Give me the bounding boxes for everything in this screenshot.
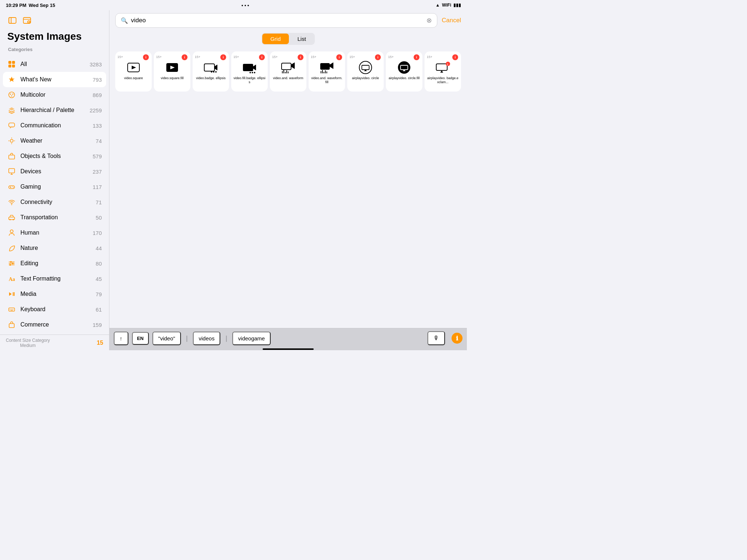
svg-rect-54 — [204, 64, 214, 71]
svg-point-35 — [10, 230, 13, 233]
segment-list-button[interactable]: List — [290, 34, 314, 44]
content-size-number: 15 — [97, 340, 103, 346]
icon-info-2[interactable]: i — [220, 54, 226, 60]
sidebar-icon-human — [7, 228, 16, 237]
sidebar-icon-multicolor — [7, 90, 16, 99]
icon-info-8[interactable]: i — [452, 54, 458, 60]
sidebar-label-whats-new: What's New — [20, 76, 88, 83]
svg-point-39 — [10, 261, 12, 263]
sidebar-label-gaming: Gaming — [20, 184, 88, 190]
icon-badge-1: 15+ — [156, 55, 162, 59]
sidebar-item-hierarchical[interactable]: Hierarchical / Palette 2259 — [3, 103, 106, 118]
sidebar-count-connectivity: 71 — [96, 199, 102, 205]
svg-rect-78 — [436, 64, 447, 70]
language-button[interactable]: EN — [132, 332, 149, 345]
suggestion-videogame[interactable]: videogame — [232, 332, 271, 345]
icon-card-5[interactable]: 15+ i video.and. waveform.fill — [309, 51, 345, 92]
sidebar-label-weather: Weather — [20, 138, 91, 144]
sidebar-icon-devices — [7, 167, 16, 176]
cancel-button[interactable]: Cancel — [442, 17, 461, 24]
icon-name-2: video.badge. ellipsis — [196, 76, 225, 80]
icon-badge-3: 15+ — [233, 55, 239, 59]
icon-card-7[interactable]: 15+ i airplayvideo. circle.fill — [386, 51, 422, 92]
sidebar-label-multicolor: Multicolor — [20, 92, 88, 98]
sidebar-icon-text-formatting: Aa — [7, 274, 16, 283]
icon-info-3[interactable]: i — [259, 54, 265, 60]
search-bar[interactable]: 🔍 ⊗ — [115, 13, 437, 28]
suggestion-quoted-video[interactable]: "video" — [152, 332, 181, 345]
sidebar-item-whats-new[interactable]: What's New 793 — [3, 72, 106, 87]
icon-name-4: video.and. waveform — [273, 76, 303, 80]
status-bar-right: ▲ WiFi ▮▮▮ — [436, 3, 461, 8]
icon-info-7[interactable]: i — [414, 54, 419, 60]
icon-card-0[interactable]: 15+ i video.square — [115, 51, 152, 92]
icon-card-4[interactable]: 15+ i video.and. waveform — [270, 51, 306, 92]
sidebar-item-gaming[interactable]: Gaming 117 — [3, 179, 106, 194]
svg-rect-26 — [9, 186, 15, 189]
icon-card-3[interactable]: 15+ i video.fill.badge. ellipsis — [231, 51, 268, 92]
icon-info-1[interactable]: i — [182, 54, 187, 60]
suggestion-videos[interactable]: videos — [193, 332, 220, 345]
sidebar-icon-all — [7, 60, 16, 69]
sidebar-item-human[interactable]: Human 170 — [3, 225, 106, 240]
share-button[interactable]: ↑ — [114, 332, 128, 345]
icon-card-1[interactable]: 15+ i video.square.fill — [154, 51, 190, 92]
segment-grid-button[interactable]: Grid — [262, 34, 289, 44]
svg-point-59 — [249, 72, 251, 73]
svg-rect-1 — [9, 18, 11, 23]
sidebar-item-devices[interactable]: Devices 237 — [3, 164, 106, 179]
status-dots: • • • — [241, 3, 249, 8]
search-input[interactable] — [131, 17, 423, 24]
svg-point-13 — [10, 94, 11, 95]
svg-point-15 — [11, 96, 12, 97]
icon-info-0[interactable]: i — [143, 54, 149, 60]
icon-badge-8: 15+ — [427, 55, 432, 59]
icon-card-2[interactable]: 15+ i video.badge. ellipsis — [193, 51, 229, 92]
sidebar-item-nature[interactable]: Nature 44 — [3, 240, 106, 256]
icon-name-1: video.square.fill — [161, 76, 184, 80]
add-tab-icon[interactable] — [22, 15, 32, 26]
sidebar-item-all[interactable]: All 3283 — [3, 57, 106, 72]
sidebar-count-editing: 80 — [96, 260, 102, 267]
sidebar-item-editing[interactable]: Editing 80 — [3, 256, 106, 271]
mic-button[interactable]: 🎙 — [427, 331, 445, 345]
sidebar-item-connectivity[interactable]: Connectivity 71 — [3, 194, 106, 210]
sidebar-toolbar — [7, 15, 102, 26]
segment-wrapper: Grid List — [262, 33, 315, 45]
icon-info-4[interactable]: i — [298, 54, 303, 60]
icon-card-6[interactable]: 15+ i airplayvideo. circle — [347, 51, 384, 92]
svg-point-17 — [10, 139, 13, 142]
sidebar: System Images Categories All 3283 What's… — [0, 10, 109, 350]
svg-point-12 — [9, 92, 15, 98]
icon-name-8: airplayvideo. badge.exclam... — [427, 76, 459, 84]
sidebar-count-multicolor: 869 — [93, 92, 102, 98]
icons-grid-container[interactable]: 15+ i video.square 15+ i video.square.fi… — [109, 49, 467, 328]
sidebar-list: All 3283 What's New 793 Multicolor 869 H… — [0, 57, 109, 335]
keyboard-bar: ↑ EN "video" | videos | videogame 🎙 ℹ — [109, 328, 467, 348]
info-button[interactable]: ℹ — [452, 333, 462, 344]
sidebar-item-communication[interactable]: Communication 133 — [3, 118, 106, 133]
sidebar-item-transportation[interactable]: Transportation 50 — [3, 210, 106, 225]
sidebar-count-text-formatting: 45 — [96, 276, 102, 282]
sidebar-item-commerce[interactable]: Commerce 159 — [3, 317, 106, 332]
icon-card-8[interactable]: 15+ ! i airplayvideo. badge.exclam... — [425, 51, 461, 92]
sidebar-item-keyboard[interactable]: Keyboard 61 — [3, 302, 106, 317]
svg-rect-75 — [362, 65, 369, 70]
sidebar-item-media[interactable]: Media 79 — [3, 286, 106, 302]
signal-icon: ▲ — [436, 3, 440, 8]
sidebar-toggle-icon[interactable] — [7, 15, 18, 26]
status-bar-center: • • • — [241, 3, 249, 8]
search-icon: 🔍 — [121, 17, 128, 24]
sidebar-item-objects-tools[interactable]: Objects & Tools 579 — [3, 148, 106, 164]
icon-info-6[interactable]: i — [375, 54, 381, 60]
icon-name-6: airplayvideo. circle — [352, 76, 379, 80]
app-container: System Images Categories All 3283 What's… — [0, 10, 467, 350]
search-clear-icon[interactable]: ⊗ — [426, 16, 432, 24]
sidebar-item-weather[interactable]: Weather 74 — [3, 133, 106, 148]
sidebar-icon-nature — [7, 244, 16, 252]
icon-info-5[interactable]: i — [336, 54, 342, 60]
sidebar-item-text-formatting[interactable]: Aa Text Formatting 45 — [3, 271, 106, 286]
svg-point-56 — [213, 71, 214, 73]
sidebar-item-multicolor[interactable]: Multicolor 869 — [3, 87, 106, 103]
sidebar-icon-media — [7, 290, 16, 298]
